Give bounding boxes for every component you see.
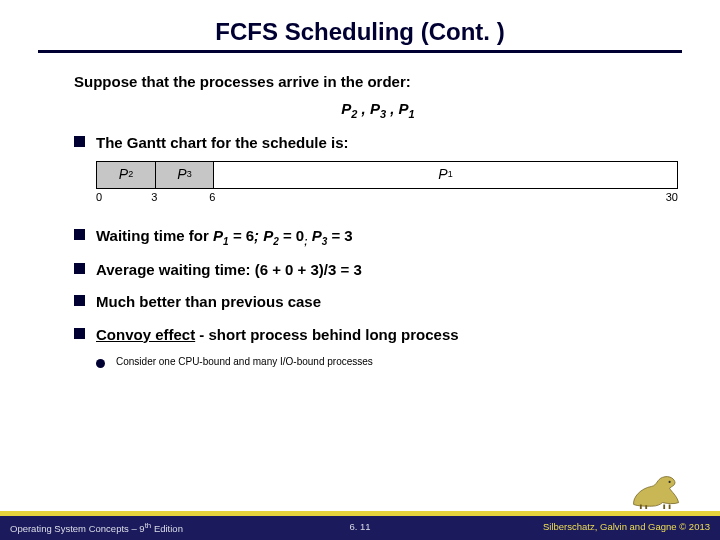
gantt-seg-p2: P2 [97,162,155,188]
tick-3: 3 [151,189,157,206]
gantt-bar: P2 P3 P1 [96,161,678,189]
bullet-list: The Gantt chart for the schedule is: P2 … [74,132,682,369]
footer-right: Silberschatz, Galvin and Gagne © 2013 [543,521,710,532]
bullet-waiting-time: Waiting time for P1 = 6; P2 = 0; P3 = 3 [74,225,682,249]
suppose-line: Suppose that the processes arrive in the… [74,71,682,94]
footer-center: 6. 11 [349,521,370,532]
slide-title: FCFS Scheduling (Cont. ) [38,18,682,46]
gantt-seg-p3: P3 [155,162,213,188]
title-rule [38,50,682,53]
svg-point-0 [669,481,671,483]
slide: FCFS Scheduling (Cont. ) Suppose that th… [0,0,720,540]
footer-left: Operating System Concepts – 9th Edition [10,521,183,534]
bullet-convoy: Convoy effect - short process behind lon… [74,324,682,370]
footer-bar: Operating System Concepts – 9th Edition … [0,516,720,540]
sub-bullet-list: Consider one CPU-bound and many I/O-boun… [96,354,682,369]
process-order: P2 , P3 , P1 [74,98,682,123]
gantt-ticks: 0 3 6 30 [96,189,678,203]
sub-bullet-cpu-io: Consider one CPU-bound and many I/O-boun… [96,354,682,369]
tick-0: 0 [96,189,102,206]
bullet-average: Average waiting time: (6 + 0 + 3)/3 = 3 [74,259,682,282]
bullet-text: The Gantt chart for the schedule is: [96,134,349,151]
bullet-gantt-intro: The Gantt chart for the schedule is: P2 … [74,132,682,203]
bullet-text: Convoy effect - short process behind lon… [96,326,459,343]
tick-6: 6 [209,189,215,206]
bullet-better: Much better than previous case [74,291,682,314]
slide-content: Suppose that the processes arrive in the… [38,71,682,369]
gantt-chart: P2 P3 P1 0 3 6 30 [96,161,678,203]
tick-30: 30 [666,189,678,206]
footer: Operating System Concepts – 9th Edition … [0,511,720,540]
gantt-seg-p1: P1 [213,162,677,188]
dinosaur-logo [630,470,684,510]
